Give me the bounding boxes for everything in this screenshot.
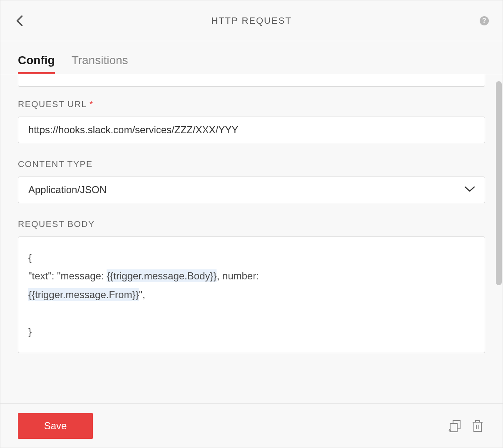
tab-transitions[interactable]: Transitions (72, 54, 128, 74)
delete-button[interactable] (470, 418, 485, 433)
content-area: REQUEST URL * CONTENT TYPE Application/J… (0, 74, 503, 403)
content-type-label: CONTENT TYPE (18, 159, 485, 169)
content-type-select[interactable]: Application/JSON (18, 177, 485, 203)
request-body-field-group: REQUEST BODY { "text": "message: {{trigg… (18, 219, 485, 353)
duplicate-icon (448, 419, 462, 433)
required-asterisk: * (90, 99, 94, 109)
tabs-container: Config Transitions (0, 41, 503, 74)
request-url-input[interactable] (18, 117, 485, 143)
request-url-label: REQUEST URL * (18, 99, 485, 109)
content-type-field-group: CONTENT TYPE Application/JSON (18, 159, 485, 203)
duplicate-button[interactable] (448, 418, 463, 433)
previous-field-edge[interactable] (18, 74, 485, 87)
http-request-panel: HTTP REQUEST ? Config Transitions REQUES… (0, 0, 503, 448)
scrollbar-thumb[interactable] (496, 81, 502, 285)
back-button[interactable] (13, 14, 26, 27)
svg-text:?: ? (482, 17, 486, 24)
svg-rect-3 (450, 423, 457, 432)
template-variable: {{trigger.message.From}} (28, 288, 139, 301)
template-variable: {{trigger.message.Body}} (107, 269, 217, 282)
tab-config[interactable]: Config (18, 54, 55, 74)
chevron-left-icon (16, 15, 23, 27)
footer-actions (448, 418, 485, 433)
request-body-input[interactable]: { "text": "message: {{trigger.message.Bo… (18, 236, 485, 353)
help-button[interactable]: ? (478, 15, 490, 27)
save-button[interactable]: Save (18, 413, 93, 439)
help-icon: ? (479, 16, 489, 26)
request-body-label: REQUEST BODY (18, 219, 485, 229)
tabs: Config Transitions (18, 54, 485, 74)
scrollbar[interactable] (496, 81, 502, 373)
trash-icon (471, 419, 484, 433)
panel-header: HTTP REQUEST ? (0, 0, 503, 41)
request-url-field-group: REQUEST URL * (18, 99, 485, 143)
page-title: HTTP REQUEST (211, 15, 292, 26)
footer: Save (0, 403, 503, 448)
content-type-value: Application/JSON (28, 184, 107, 196)
